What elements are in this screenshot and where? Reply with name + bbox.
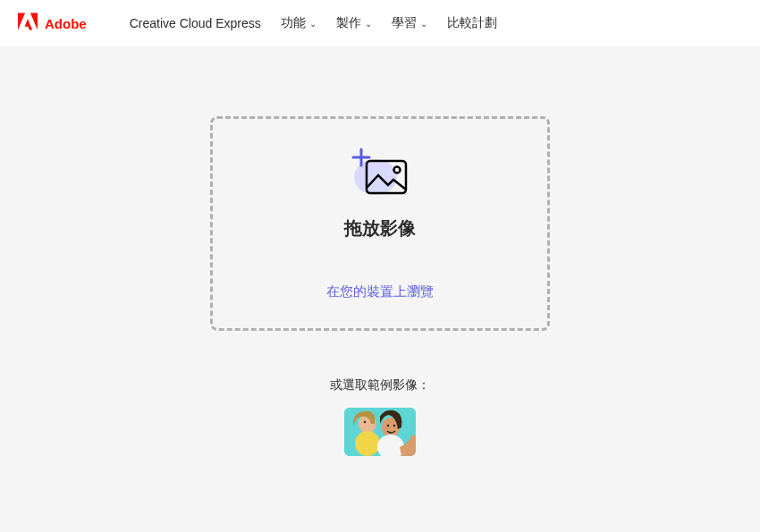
sample-image-thumb[interactable] — [344, 408, 416, 456]
svg-point-10 — [364, 421, 366, 423]
nav-cce-label: Creative Cloud Express — [130, 16, 261, 30]
svg-point-7 — [355, 431, 380, 456]
sample-section: 或選取範例影像： — [330, 377, 430, 456]
browse-device-link[interactable]: 在您的裝置上瀏覽 — [326, 283, 434, 300]
chevron-down-icon: ⌄ — [309, 19, 317, 29]
nav-learn[interactable]: 學習 ⌄ — [392, 15, 427, 31]
brand-name: Adobe — [45, 16, 87, 31]
nav-learn-label: 學習 — [392, 15, 417, 31]
nav-create[interactable]: 製作 ⌄ — [336, 15, 372, 31]
main-content: 拖放影像 在您的裝置上瀏覽 或選取範例影像： — [0, 46, 760, 456]
main-nav: Creative Cloud Express 功能 ⌄ 製作 ⌄ 學習 ⌄ 比較… — [130, 15, 497, 31]
nav-features[interactable]: 功能 ⌄ — [281, 15, 317, 31]
dropzone-title: 拖放影像 — [344, 216, 416, 241]
svg-point-12 — [393, 425, 395, 426]
nav-compare-label: 比較計劃 — [447, 15, 497, 31]
chevron-down-icon: ⌄ — [420, 19, 427, 29]
nav-create-label: 製作 — [336, 15, 361, 31]
sample-label: 或選取範例影像： — [330, 377, 430, 393]
svg-point-2 — [394, 167, 401, 173]
nav-features-label: 功能 — [281, 15, 306, 31]
adobe-logo-link[interactable]: Adobe — [18, 13, 87, 34]
image-dropzone[interactable]: 拖放影像 在您的裝置上瀏覽 — [210, 116, 550, 331]
nav-cce[interactable]: Creative Cloud Express — [130, 16, 261, 30]
chevron-down-icon: ⌄ — [365, 19, 372, 29]
adobe-logo-icon — [18, 13, 38, 34]
dropzone-image-icon — [349, 147, 411, 200]
nav-compare[interactable]: 比較計劃 — [447, 15, 497, 31]
svg-point-11 — [387, 425, 389, 426]
header: Adobe Creative Cloud Express 功能 ⌄ 製作 ⌄ 學… — [0, 0, 760, 46]
